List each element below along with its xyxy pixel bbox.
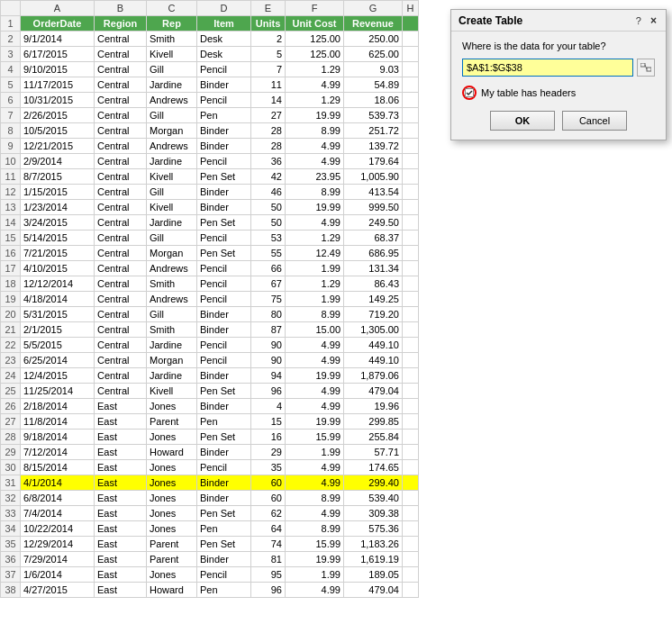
cell-h-12 <box>403 185 419 200</box>
cell-r37-c5: 1.99 <box>286 567 344 583</box>
cell-h-5 <box>403 77 419 93</box>
row-num-6: 6 <box>1 93 21 108</box>
cell-r33-c6: 309.38 <box>344 506 403 521</box>
cell-r12-c3: Binder <box>197 185 251 200</box>
range-selector-button[interactable] <box>637 59 655 77</box>
cell-r21-c3: Binder <box>197 322 251 338</box>
cell-r11-c2: Kivell <box>147 169 197 185</box>
cell-r25-c4: 96 <box>251 384 286 399</box>
cell-r35-c3: Pen Set <box>197 537 251 552</box>
table-row: 2711/8/2014EastParentPen1519.99299.85 <box>1 414 419 430</box>
cell-r17-c0: 4/10/2015 <box>21 261 95 276</box>
cell-r16-c2: Morgan <box>147 246 197 261</box>
cell-r17-c2: Andrews <box>147 261 197 276</box>
ok-button[interactable]: OK <box>490 111 555 131</box>
cell-r5-c5: 4.99 <box>286 77 344 93</box>
cell-r27-c4: 15 <box>251 414 286 430</box>
cell-r3-c6: 625.00 <box>344 47 403 62</box>
cell-r4-c5: 1.29 <box>286 62 344 77</box>
cell-r14-c0: 3/24/2015 <box>21 215 95 231</box>
cell-r8-c5: 8.99 <box>286 123 344 139</box>
cell-r32-c6: 539.40 <box>344 491 403 506</box>
col-header-a[interactable]: A <box>21 1 95 16</box>
cell-r33-c0: 7/4/2014 <box>21 506 95 521</box>
cell-r10-c3: Pencil <box>197 154 251 169</box>
row-num-38: 38 <box>1 583 21 598</box>
table-row: 610/31/2015CentralAndrewsPencil141.2918.… <box>1 93 419 108</box>
row-num-32: 32 <box>1 491 21 506</box>
cell-r18-c2: Smith <box>147 276 197 292</box>
dialog-title: Create Table <box>459 14 522 27</box>
cell-r22-c2: Jardine <box>147 338 197 353</box>
cell-r26-c5: 4.99 <box>286 399 344 414</box>
cell-r31-c3: Binder <box>197 475 251 491</box>
table-row: 1812/12/2014CentralSmithPencil671.2986.4… <box>1 276 419 292</box>
cell-r11-c3: Pen Set <box>197 169 251 185</box>
cell-r6-c6: 18.06 <box>344 93 403 108</box>
cell-r10-c0: 2/9/2014 <box>21 154 95 169</box>
cell-r34-c2: Jones <box>147 521 197 537</box>
table-row: 367/29/2014EastParentBinder8119.991,619.… <box>1 552 419 567</box>
cell-r12-c4: 46 <box>251 185 286 200</box>
table-row: 225/5/2015CentralJardinePencil904.99449.… <box>1 338 419 353</box>
cell-r7-c3: Pen <box>197 108 251 123</box>
cell-r13-c2: Kivell <box>147 200 197 215</box>
cell-r5-c2: Jardine <box>147 77 197 93</box>
cell-r25-c6: 479.04 <box>344 384 403 399</box>
row-num-2: 2 <box>1 32 21 47</box>
cell-r7-c0: 2/26/2015 <box>21 108 95 123</box>
cell-r37-c1: East <box>95 567 147 583</box>
cell-h-4 <box>403 62 419 77</box>
cell-h-16 <box>403 246 419 261</box>
cell-r19-c0: 4/18/2014 <box>21 292 95 307</box>
col-header-h[interactable]: H <box>403 1 419 16</box>
col-header-d[interactable]: D <box>197 1 251 16</box>
cell-h-7 <box>403 108 419 123</box>
cell-r22-c4: 90 <box>251 338 286 353</box>
cancel-button[interactable]: Cancel <box>562 111 627 131</box>
headers-checkbox-label[interactable]: My table has headers <box>481 87 576 98</box>
cell-r21-c2: Smith <box>147 322 197 338</box>
headers-checkbox[interactable] <box>465 88 474 97</box>
cell-r14-c4: 50 <box>251 215 286 231</box>
cell-r2-c1: Central <box>95 32 147 47</box>
col-header-g[interactable]: G <box>344 1 403 16</box>
cell-r3-c3: Desk <box>197 47 251 62</box>
cell-r34-c0: 10/22/2014 <box>21 521 95 537</box>
row-num-27: 27 <box>1 414 21 430</box>
cell-r26-c0: 2/18/2014 <box>21 399 95 414</box>
row-num-15: 15 <box>1 231 21 246</box>
col-header-e[interactable]: E <box>251 1 286 16</box>
dialog-close-button[interactable]: × <box>649 14 658 27</box>
cell-h-29 <box>403 445 419 460</box>
table-row: 205/31/2015CentralGillBinder808.99719.20 <box>1 307 419 322</box>
cell-r9-c2: Andrews <box>147 139 197 154</box>
cell-r9-c3: Binder <box>197 139 251 154</box>
cell-r14-c1: Central <box>95 215 147 231</box>
col-header-c[interactable]: C <box>147 1 197 16</box>
table-row: 384/27/2015EastHowardPen964.99479.04 <box>1 583 419 598</box>
cell-r3-c0: 6/17/2015 <box>21 47 95 62</box>
cell-r11-c1: Central <box>95 169 147 185</box>
cell-r14-c2: Jardine <box>147 215 197 231</box>
cell-r23-c5: 4.99 <box>286 353 344 368</box>
cell-r7-c1: Central <box>95 108 147 123</box>
header-cell-0: OrderDate <box>21 16 95 32</box>
cell-h-27 <box>403 414 419 430</box>
row-num-9: 9 <box>1 139 21 154</box>
cell-r33-c5: 4.99 <box>286 506 344 521</box>
table-range-input[interactable] <box>462 59 633 77</box>
cell-r31-c5: 4.99 <box>286 475 344 491</box>
cell-r30-c6: 174.65 <box>344 460 403 475</box>
cell-h-23 <box>403 353 419 368</box>
dialog-controls: ? × <box>632 14 658 27</box>
cell-r26-c3: Binder <box>197 399 251 414</box>
cell-r7-c6: 539.73 <box>344 108 403 123</box>
dialog-help-button[interactable]: ? <box>632 15 645 26</box>
row-num-25: 25 <box>1 384 21 399</box>
table-row: 194/18/2014CentralAndrewsPencil751.99149… <box>1 292 419 307</box>
row-num-20: 20 <box>1 307 21 322</box>
col-header-b[interactable]: B <box>95 1 147 16</box>
cell-r10-c6: 179.64 <box>344 154 403 169</box>
col-header-f[interactable]: F <box>286 1 344 16</box>
